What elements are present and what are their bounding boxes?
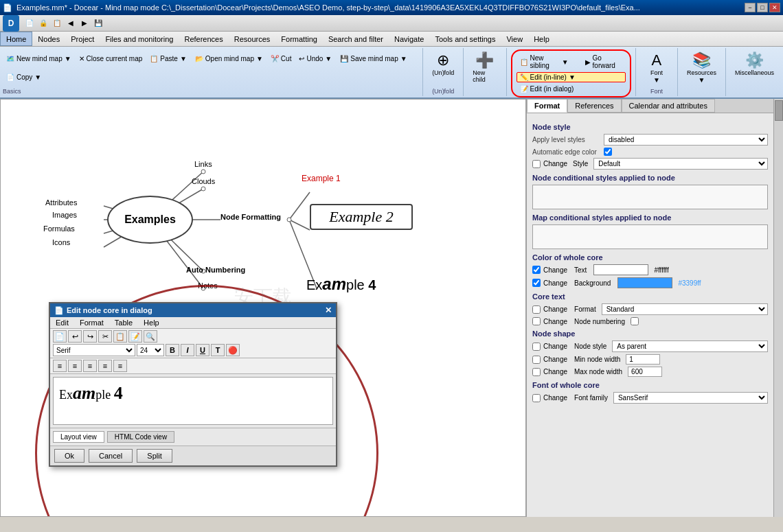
- unfold-btn[interactable]: ⊕ (Un)fold: [429, 49, 457, 78]
- dialog-size-select[interactable]: 24: [137, 344, 164, 356]
- change-text-checkbox[interactable]: [532, 266, 541, 274]
- dialog-menu-help[interactable]: Help: [138, 317, 165, 328]
- images-node[interactable]: Images: [52, 211, 77, 219]
- menu-search-filter[interactable]: Search and filter: [323, 32, 389, 46]
- icons-node[interactable]: Icons: [52, 238, 70, 246]
- cut-btn[interactable]: ✂️ Cut: [267, 49, 295, 68]
- dialog-find-btn[interactable]: 🔍: [144, 330, 157, 343]
- apply-level-styles-select[interactable]: disabled: [604, 134, 768, 146]
- node-style-shape-select[interactable]: As parent: [612, 340, 768, 352]
- links-node[interactable]: Links: [194, 160, 212, 168]
- auto-edge-color-checkbox[interactable]: [604, 148, 612, 156]
- right-panel-scrollbar[interactable]: [773, 99, 783, 517]
- forward-quick-btn[interactable]: ▶: [78, 17, 91, 30]
- calendar-attributes-tab[interactable]: Calendar and attributes: [622, 99, 715, 113]
- example4-node[interactable]: Example 4: [306, 275, 376, 294]
- change-min-width-checkbox[interactable]: [532, 356, 541, 364]
- html-code-view-tab[interactable]: HTML Code view: [107, 431, 174, 443]
- edit-dialog-btn[interactable]: 📝 Edit (in dialog): [517, 84, 626, 94]
- mindmap-canvas[interactable]: Examples Links Clouds Node Formatting At…: [0, 99, 526, 517]
- close-current-map-btn[interactable]: ✕ Close current map: [76, 49, 146, 68]
- open-mind-map-btn[interactable]: 📂 Open mind map ▼: [192, 49, 266, 68]
- menu-tools-settings[interactable]: Tools and settings: [429, 32, 501, 46]
- formulas-node[interactable]: Formulas: [43, 224, 75, 233]
- min-node-width-input[interactable]: [626, 354, 660, 365]
- center-node[interactable]: Examples: [107, 196, 193, 244]
- menu-help[interactable]: Help: [528, 32, 555, 46]
- new-file-quick-btn[interactable]: 📄: [23, 17, 36, 30]
- split-button[interactable]: Split: [137, 449, 172, 463]
- undo-btn[interactable]: ↩ Undo ▼: [295, 49, 335, 68]
- bold-btn[interactable]: B: [166, 344, 179, 356]
- dialog-font-select[interactable]: Serif: [53, 344, 135, 356]
- max-node-width-input[interactable]: [628, 367, 662, 377]
- menu-files-monitoring[interactable]: Files and monitoring: [100, 32, 179, 46]
- layout-view-tab[interactable]: Layout view: [53, 431, 104, 443]
- change-numbering-checkbox[interactable]: [532, 317, 541, 325]
- menu-view[interactable]: View: [501, 32, 528, 46]
- dialog-menu-table[interactable]: Table: [109, 317, 138, 328]
- dialog-cut-btn[interactable]: ✂: [98, 330, 112, 343]
- paste-btn[interactable]: 📋 Paste ▼: [146, 49, 190, 68]
- format-tab[interactable]: Format: [527, 99, 567, 113]
- minimize-button[interactable]: −: [745, 3, 756, 12]
- change-bg-checkbox[interactable]: [532, 279, 541, 287]
- background-color-swatch[interactable]: [617, 277, 672, 288]
- list-ordered-btn[interactable]: ≡: [113, 360, 127, 372]
- menu-nodes[interactable]: Nodes: [32, 32, 65, 46]
- references-tab[interactable]: References: [567, 99, 621, 113]
- dialog-content-area[interactable]: Example 4: [53, 377, 333, 425]
- menu-navigate[interactable]: Navigate: [389, 32, 429, 46]
- align-left-btn[interactable]: ≡: [53, 360, 67, 372]
- misc-btn[interactable]: ⚙️ Miscellaneous: [731, 49, 778, 78]
- new-mind-map-btn[interactable]: 🗺️ New mind map ▼: [3, 49, 75, 68]
- example2-node[interactable]: Example 2: [310, 204, 413, 230]
- auto-numbering-node[interactable]: Auto Numbering: [186, 266, 245, 274]
- close-button[interactable]: ✕: [769, 3, 780, 12]
- change-font-family-checkbox[interactable]: [532, 394, 541, 402]
- save-quick-btn[interactable]: 💾: [92, 17, 104, 30]
- open-quick-btn[interactable]: 📋: [51, 17, 63, 30]
- format-select[interactable]: Standard: [602, 303, 768, 315]
- menu-resources[interactable]: Resources: [229, 32, 276, 46]
- go-forward-btn[interactable]: ▶ Go forward: [582, 53, 626, 71]
- copy-btn[interactable]: 📄 Copy ▼: [3, 69, 45, 87]
- italic-btn[interactable]: I: [181, 344, 194, 356]
- menu-home[interactable]: Home: [0, 32, 32, 46]
- ok-button[interactable]: Ok: [54, 449, 84, 463]
- clouds-node[interactable]: Clouds: [192, 177, 215, 185]
- menu-formatting[interactable]: Formatting: [275, 32, 323, 46]
- text-color-swatch[interactable]: [593, 264, 648, 275]
- strikethrough-btn[interactable]: T: [211, 344, 225, 356]
- dialog-close-btn[interactable]: ✕: [325, 305, 332, 315]
- change-format-checkbox[interactable]: [532, 305, 541, 314]
- align-right-btn[interactable]: ≡: [83, 360, 97, 372]
- node-formatting-node[interactable]: Node Formatting: [220, 213, 281, 221]
- attributes-node[interactable]: Attributes: [45, 198, 77, 207]
- dialog-redo-btn[interactable]: ↪: [83, 330, 97, 343]
- underline-btn[interactable]: U: [196, 344, 209, 356]
- change-shape-checkbox[interactable]: [532, 343, 541, 351]
- change-max-width-checkbox[interactable]: [532, 368, 541, 376]
- text-color-btn[interactable]: 🔴: [226, 344, 240, 356]
- dialog-paste2-btn[interactable]: 📝: [128, 330, 142, 343]
- lock-quick-btn[interactable]: 🔒: [37, 17, 49, 30]
- edit-inline-btn[interactable]: ✏️ Edit (in-line) ▼: [517, 72, 626, 82]
- align-center-btn[interactable]: ≡: [68, 360, 82, 372]
- dialog-menu-format[interactable]: Format: [74, 317, 109, 328]
- notes-node[interactable]: Notes: [198, 281, 218, 290]
- dialog-undo-btn[interactable]: ↩: [68, 330, 82, 343]
- menu-references[interactable]: References: [179, 32, 228, 46]
- menu-project[interactable]: Project: [65, 32, 100, 46]
- maximize-button[interactable]: □: [757, 3, 768, 12]
- change-style-checkbox[interactable]: [532, 160, 541, 168]
- node-numbering-checkbox[interactable]: [631, 317, 639, 325]
- example1-node[interactable]: Example 1: [302, 174, 341, 183]
- font-family-select[interactable]: SansSerif: [613, 392, 768, 404]
- new-sibling-btn[interactable]: 📋 New sibling ▼: [517, 53, 572, 71]
- scrollbar-thumb[interactable]: [775, 100, 783, 121]
- dialog-copy2-btn[interactable]: 📋: [113, 330, 127, 343]
- back-quick-btn[interactable]: ◀: [65, 17, 77, 30]
- font-btn[interactable]: A Font ▼: [643, 49, 670, 86]
- resources-btn[interactable]: 📚 Resources ▼: [683, 49, 720, 86]
